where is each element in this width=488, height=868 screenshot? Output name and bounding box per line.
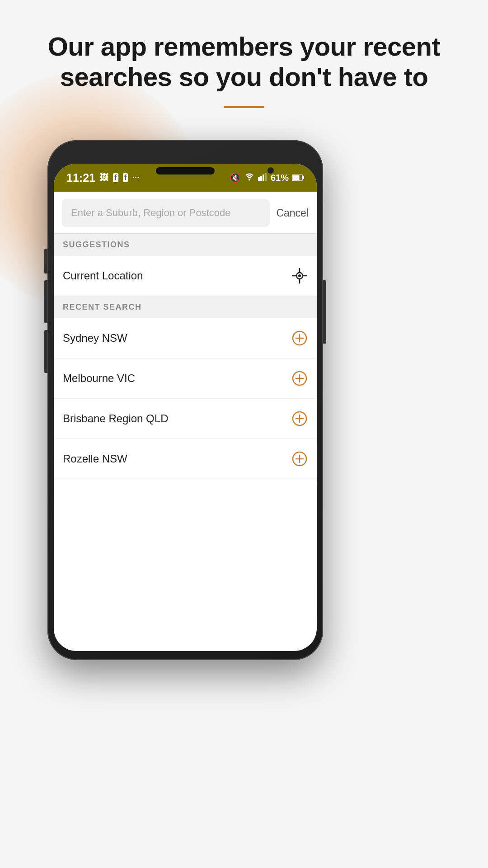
speaker-notch	[156, 167, 215, 175]
status-left: 11:21 🖼 f f ···	[66, 171, 139, 184]
add-search-icon-sydney[interactable]	[291, 330, 308, 346]
header-section: Our app remembers your recent searches s…	[0, 0, 488, 108]
recent-search-item-brisbane[interactable]: Brisbane Region QLD	[54, 399, 317, 439]
recent-search-item-rozelle[interactable]: Rozelle NSW	[54, 439, 317, 479]
location-crosshair-icon	[291, 268, 308, 284]
header-divider	[224, 106, 264, 108]
current-location-item[interactable]: Current Location	[54, 256, 317, 296]
svg-rect-3	[263, 175, 264, 181]
signal-icon	[258, 173, 267, 183]
recent-search-label-sydney: Sydney NSW	[63, 332, 127, 344]
battery-percentage: 61%	[271, 173, 289, 183]
phone-screen: 11:21 🖼 f f ··· 🔇	[54, 164, 317, 651]
battery-icon	[292, 173, 304, 183]
recent-search-item-sydney[interactable]: Sydney NSW	[54, 318, 317, 359]
header-title: Our app remembers your recent searches s…	[36, 32, 452, 92]
recent-search-section-header: RECENT SEARCH	[54, 296, 317, 318]
cancel-button[interactable]: Cancel	[276, 207, 309, 219]
facebook-notification-icon2: f	[123, 173, 128, 182]
add-search-icon-melbourne[interactable]	[291, 370, 308, 387]
volume-up-button	[44, 280, 47, 323]
recent-search-label-rozelle: Rozelle NSW	[63, 453, 127, 465]
svg-point-9	[298, 274, 301, 277]
recent-search-label-melbourne: Melbourne VIC	[63, 372, 135, 385]
recent-search-label-brisbane: Brisbane Region QLD	[63, 412, 168, 425]
wifi-icon	[244, 173, 254, 183]
volume-mute-button	[44, 249, 47, 274]
phone-frame: 11:21 🖼 f f ··· 🔇	[47, 140, 323, 660]
facebook-notification-icon: f	[113, 173, 118, 182]
search-input-wrapper[interactable]: Enter a Suburb, Region or Postcode	[62, 199, 270, 227]
image-notification-icon: 🖼	[100, 173, 108, 183]
mute-icon: 🔇	[230, 172, 241, 183]
status-right: 🔇	[230, 172, 304, 183]
search-bar-container: Enter a Suburb, Region or Postcode Cance…	[54, 192, 317, 227]
add-search-icon-rozelle[interactable]	[291, 451, 308, 467]
phone-device: 11:21 🖼 f f ··· 🔇	[47, 140, 323, 660]
svg-rect-7	[302, 176, 304, 179]
svg-rect-2	[260, 176, 262, 181]
svg-point-0	[249, 179, 250, 180]
svg-rect-6	[293, 175, 300, 180]
camera-dot	[267, 167, 274, 174]
volume-down-button	[44, 330, 47, 373]
recent-search-item-melbourne[interactable]: Melbourne VIC	[54, 359, 317, 399]
status-time: 11:21	[66, 171, 95, 184]
power-button	[323, 280, 326, 344]
suggestions-section-header: SUGGESTIONS	[54, 234, 317, 256]
more-notifications-icon: ···	[132, 173, 139, 183]
search-input[interactable]: Enter a Suburb, Region or Postcode	[71, 207, 230, 218]
svg-rect-4	[265, 173, 267, 181]
add-search-icon-brisbane[interactable]	[291, 410, 308, 427]
current-location-label: Current Location	[63, 269, 143, 282]
svg-rect-1	[258, 177, 260, 181]
